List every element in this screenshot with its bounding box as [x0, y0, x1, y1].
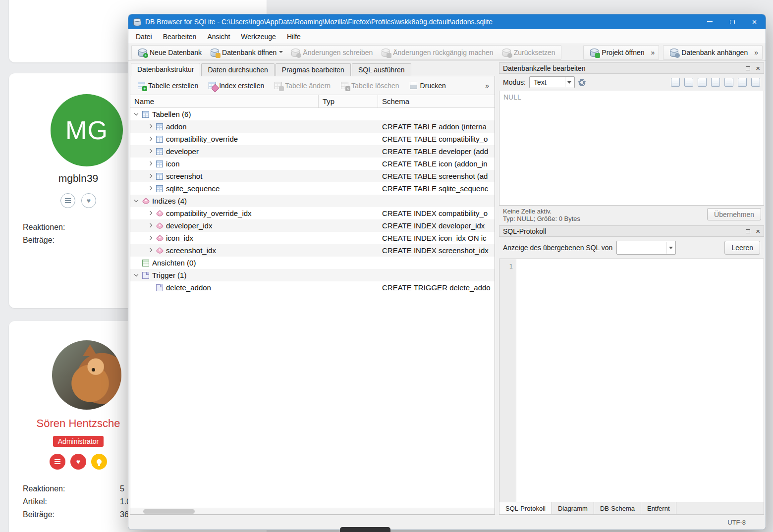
dock-tab[interactable]: DB-Schema: [594, 502, 641, 514]
avatar-photo[interactable]: [52, 340, 121, 410]
expand-chevron-icon[interactable]: [147, 148, 154, 155]
print-cell-icon[interactable]: [751, 78, 760, 87]
expand-chevron-icon[interactable]: [133, 272, 140, 279]
tree-row[interactable]: Ansichten (0): [130, 257, 495, 269]
import-text-icon[interactable]: [671, 78, 680, 87]
mode-combobox[interactable]: Text: [529, 76, 575, 88]
horizontal-scrollbar[interactable]: [130, 508, 495, 514]
column-header-schema[interactable]: Schema: [378, 95, 495, 107]
titlebar[interactable]: DB Browser for SQLite - C:\Users\Ingo\Ap…: [128, 14, 766, 29]
tree-row[interactable]: screenshot CREATE TABLE screenshot (ad: [130, 170, 495, 182]
maximize-button[interactable]: [721, 14, 743, 29]
avatar-mgbln39[interactable]: MG: [51, 94, 123, 166]
expand-chevron-icon[interactable]: [147, 173, 154, 180]
open-project-button[interactable]: Projekt öffnen: [585, 46, 648, 59]
tree-row[interactable]: compatibility_override_idx CREATE INDEX …: [130, 207, 495, 219]
float-dock-icon[interactable]: [746, 229, 750, 233]
expand-chevron-icon[interactable]: [147, 284, 154, 291]
dock-tab[interactable]: Entfernt: [641, 502, 676, 514]
tree-row[interactable]: icon_idx CREATE INDEX icon_idx ON ic: [130, 232, 495, 244]
expand-chevron-icon[interactable]: [147, 136, 154, 143]
menu-item[interactable]: Datei: [130, 30, 158, 43]
ideas-badge[interactable]: [91, 454, 107, 470]
expand-chevron-icon[interactable]: [147, 185, 154, 192]
expand-chevron-icon[interactable]: [133, 260, 140, 266]
encoding-indicator[interactable]: UTF-8: [727, 519, 746, 526]
tree-row[interactable]: Indizes (4): [130, 195, 495, 207]
reactions-button[interactable]: ♥: [81, 193, 96, 208]
structure-toolbar-button[interactable]: Tabelle löschen: [336, 79, 403, 93]
menu-item[interactable]: Bearbeiten: [158, 30, 202, 43]
expand-chevron-icon[interactable]: [147, 235, 154, 242]
structure-toolbar-button[interactable]: Drucken: [405, 79, 450, 93]
clear-button[interactable]: Leeren: [724, 241, 760, 255]
toolbar-button[interactable]: Änderungen schreiben: [286, 46, 377, 59]
username-link[interactable]: Sören Hentzsche: [9, 417, 148, 430]
expand-chevron-icon[interactable]: [147, 222, 154, 229]
cell-editor-textarea[interactable]: NULL: [499, 91, 764, 206]
sql-log-content[interactable]: [516, 259, 764, 502]
cell-editor-dock-titlebar[interactable]: Datenbankzelle bearbeiten ×: [499, 62, 764, 74]
sql-source-combobox[interactable]: [616, 241, 676, 255]
column-header-typ[interactable]: Typ: [319, 95, 378, 107]
tree-row[interactable]: icon CREATE TABLE icon (addon_in: [130, 158, 495, 170]
tree-row[interactable]: developer_idx CREATE INDEX developer_idx: [130, 219, 495, 232]
image-icon[interactable]: [698, 78, 707, 87]
toolbar-button[interactable]: Zurücksetzen: [497, 46, 559, 59]
tree-row[interactable]: screenshot_idx CREATE INDEX screenshot_i…: [130, 244, 495, 257]
reactions-badge[interactable]: ♥: [70, 454, 86, 470]
overflow-chevron[interactable]: »: [483, 82, 492, 90]
tree-row[interactable]: Tabellen (6): [130, 108, 495, 120]
set-null-icon[interactable]: [738, 78, 747, 87]
close-dock-icon[interactable]: ×: [756, 227, 760, 235]
dock-tab[interactable]: SQL-Protokoll: [499, 502, 552, 514]
column-header-name[interactable]: Name: [130, 95, 319, 107]
save-file-icon[interactable]: [724, 78, 733, 87]
structure-toolbar-button[interactable]: Tabelle ändern: [270, 79, 334, 93]
close-button[interactable]: ×: [743, 14, 766, 29]
minimize-button[interactable]: [699, 14, 721, 29]
tree-row[interactable]: sqlite_sequence CREATE TABLE sqlite_sequ…: [130, 182, 495, 195]
structure-toolbar-button[interactable]: Index erstellen: [204, 79, 268, 93]
settings-gear-icon[interactable]: [578, 79, 586, 86]
sql-log-view[interactable]: 1: [499, 259, 764, 502]
tree-row[interactable]: Trigger (1): [130, 269, 495, 281]
toolbar-button[interactable]: Änderungen rückgängig machen: [377, 46, 497, 59]
apply-button[interactable]: Übernehmen: [707, 208, 761, 220]
dock-tab[interactable]: Diagramm: [552, 502, 594, 514]
expand-chevron-icon[interactable]: [147, 210, 154, 217]
tab[interactable]: Pragmas bearbeiten: [276, 63, 351, 76]
export-text-icon[interactable]: [684, 78, 693, 87]
tree-row[interactable]: delete_addon CREATE TRIGGER delete_addo: [130, 281, 495, 294]
username-link[interactable]: mgbln39: [9, 172, 148, 184]
toolbar-button[interactable]: Neue Datenbank: [133, 46, 206, 59]
expand-chevron-icon[interactable]: [147, 247, 154, 254]
expand-chevron-icon[interactable]: [133, 198, 140, 205]
open-file-icon[interactable]: [711, 78, 720, 87]
tab[interactable]: SQL ausführen: [352, 63, 411, 76]
tree-row[interactable]: developer CREATE TABLE developer (add: [130, 145, 495, 158]
close-dock-icon[interactable]: ×: [756, 64, 760, 72]
float-dock-icon[interactable]: [746, 66, 750, 70]
pane-splitter[interactable]: [495, 62, 499, 515]
toolbar-button[interactable]: Datenbank öffnen: [206, 46, 286, 59]
tab[interactable]: Datenbankstruktur: [131, 63, 200, 76]
taskbar-fragment[interactable]: [340, 527, 390, 532]
expand-chevron-icon[interactable]: [133, 111, 140, 118]
posts-badge[interactable]: [50, 454, 65, 470]
expand-chevron-icon[interactable]: [147, 160, 154, 167]
tab[interactable]: Daten durchsuchen: [201, 63, 274, 76]
overflow-chevron[interactable]: »: [649, 49, 658, 56]
overflow-chevron[interactable]: »: [752, 49, 761, 56]
expand-chevron-icon[interactable]: [147, 123, 154, 130]
sql-log-dock-titlebar[interactable]: SQL-Protokoll ×: [499, 225, 764, 237]
posts-button[interactable]: [60, 193, 75, 208]
scrollbar-thumb[interactable]: [143, 509, 195, 514]
tree-row[interactable]: compatibility_override CREATE TABLE comp…: [130, 133, 495, 145]
attach-database-button[interactable]: Datenbank anhängen: [665, 46, 752, 59]
structure-toolbar-button[interactable]: Tabelle erstellen: [133, 79, 202, 93]
tree-row[interactable]: addon CREATE TABLE addon (interna: [130, 120, 495, 133]
menu-item[interactable]: Ansicht: [202, 30, 235, 43]
menu-item[interactable]: Werkzeuge: [235, 30, 281, 43]
menu-item[interactable]: Hilfe: [281, 30, 306, 43]
